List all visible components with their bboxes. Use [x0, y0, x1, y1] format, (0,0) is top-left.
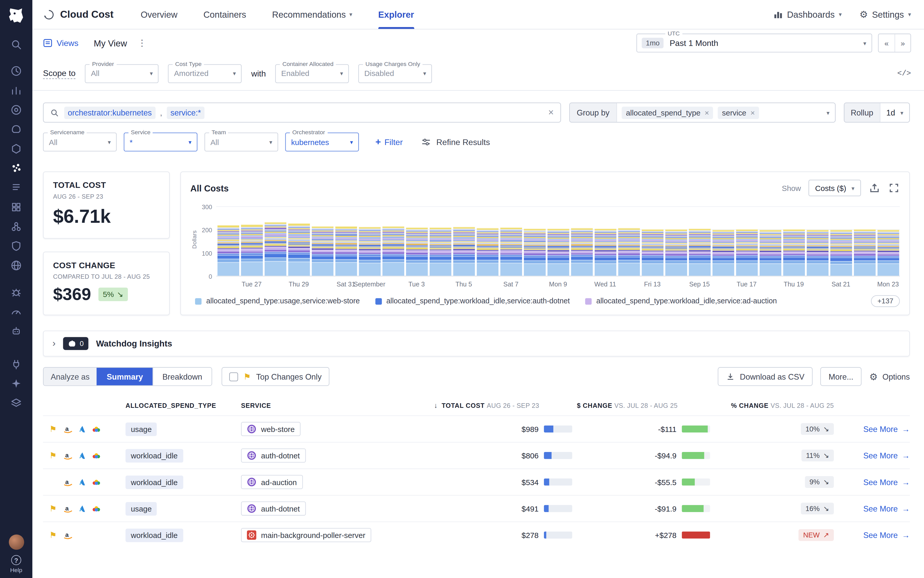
- cost-bar[interactable]: [807, 223, 828, 276]
- legend-item[interactable]: allocated_spend_type:usage,service:web-s…: [195, 297, 360, 305]
- service-chip[interactable]: auth-dotnet: [241, 502, 306, 516]
- cost-bar[interactable]: [689, 222, 710, 276]
- cost-bar[interactable]: [641, 222, 663, 276]
- see-more-link[interactable]: See More→: [863, 451, 909, 460]
- more-button[interactable]: More...: [820, 367, 862, 386]
- remove-chip-icon[interactable]: ×: [705, 108, 709, 117]
- integrations-icon[interactable]: [10, 358, 22, 371]
- export-chart-button[interactable]: [869, 182, 880, 194]
- cost-bar[interactable]: [476, 221, 498, 276]
- infrastructure-icon[interactable]: [10, 143, 22, 155]
- mode-summary[interactable]: Summary: [97, 368, 153, 385]
- tab-containers[interactable]: Containers: [203, 0, 246, 29]
- group-by-chip[interactable]: service×: [718, 106, 759, 119]
- cost-bar[interactable]: [500, 221, 522, 276]
- user-avatar[interactable]: [8, 534, 24, 550]
- spend-type-chip[interactable]: workload_idle: [125, 475, 183, 489]
- cost-bar[interactable]: [854, 223, 875, 276]
- clear-query-icon[interactable]: ×: [548, 107, 554, 118]
- cost-bar[interactable]: [736, 222, 757, 276]
- bits-ai-icon[interactable]: [10, 325, 22, 337]
- cost-bar[interactable]: [382, 219, 404, 276]
- cost-bar[interactable]: [571, 221, 593, 276]
- cost-bar[interactable]: [335, 219, 357, 276]
- spend-type-chip[interactable]: usage: [125, 502, 157, 515]
- next-timeframe-button[interactable]: »: [895, 34, 910, 52]
- service-chip[interactable]: auth-dotnet: [241, 448, 306, 463]
- rollup-select[interactable]: 1d ▾: [880, 103, 909, 122]
- service-chip[interactable]: main-background-poller-server: [241, 528, 371, 542]
- settings-menu[interactable]: ⚙ Settings ▾: [859, 9, 911, 20]
- see-more-link[interactable]: See More→: [863, 425, 909, 433]
- metric-select[interactable]: Costs ($) ▾: [809, 180, 861, 196]
- monitors-icon[interactable]: [10, 104, 22, 116]
- cost-bar[interactable]: [547, 222, 569, 276]
- cost-bar[interactable]: [429, 221, 451, 276]
- field-team[interactable]: TeamAll▾: [205, 133, 278, 151]
- table-row[interactable]: ⚑aworkload_idleauth-dotnet$806-$94.911%↘…: [43, 442, 910, 468]
- cost-bar[interactable]: [524, 221, 546, 276]
- containers-nav-icon[interactable]: [10, 201, 22, 213]
- code-view-icon[interactable]: </>: [897, 69, 911, 78]
- legend-item[interactable]: allocated_spend_type:workload_idle,servi…: [585, 297, 777, 305]
- table-row[interactable]: ⚑ausageweb-store$989-$11110%↘See More→: [43, 416, 910, 442]
- table-row[interactable]: aworkload_idlead-auction$534-$55.59%↘See…: [43, 468, 910, 495]
- change-column-header[interactable]: $ CHANGE VS. JUL 28 - AUG 25: [577, 402, 715, 409]
- recents-icon[interactable]: [10, 65, 22, 77]
- cost-bar[interactable]: [712, 223, 734, 276]
- cost-bar[interactable]: [759, 223, 781, 276]
- group-by-chip[interactable]: allocated_spend_type×: [622, 106, 713, 119]
- field-cost-type[interactable]: Cost TypeAmortized▾: [168, 64, 242, 83]
- query-token[interactable]: orchestrator:kubernetes: [64, 106, 155, 119]
- cost-bar[interactable]: [665, 223, 687, 276]
- help-button[interactable]: ? Help: [10, 555, 22, 573]
- synthetics-icon[interactable]: [10, 259, 22, 271]
- field-orchestrator[interactable]: Orchestratorkubernetes▾: [285, 133, 359, 151]
- top-changes-toggle[interactable]: ⚑ Top Changes Only: [222, 367, 329, 386]
- cost-bar[interactable]: [359, 220, 380, 276]
- total-cost-column-header[interactable]: ↓ TOTAL COST AUG 26 - SEP 23: [431, 401, 577, 410]
- datadog-logo[interactable]: [6, 5, 27, 27]
- dashboards-nav-icon[interactable]: [10, 84, 22, 96]
- cost-bar[interactable]: [311, 219, 333, 276]
- see-more-link[interactable]: See More→: [863, 504, 909, 513]
- cost-bar[interactable]: [877, 223, 899, 276]
- service-map-icon[interactable]: [10, 221, 22, 233]
- watchdog-nav-icon[interactable]: [10, 123, 22, 136]
- cost-bar[interactable]: [618, 221, 640, 276]
- dashboards-menu[interactable]: Dashboards ▾: [773, 9, 841, 20]
- views-button[interactable]: Views: [43, 38, 78, 48]
- search-icon[interactable]: [10, 38, 22, 50]
- query-token[interactable]: service:*: [167, 106, 204, 119]
- tab-overview[interactable]: Overview: [141, 0, 178, 29]
- tab-explorer[interactable]: Explorer: [378, 0, 414, 29]
- group-by-control[interactable]: Group by allocated_spend_type×service× ▾: [569, 102, 835, 122]
- security-icon[interactable]: [10, 240, 22, 252]
- top-changes-checkbox[interactable]: [229, 372, 238, 381]
- table-row[interactable]: ⚑ausageauth-dotnet$491-$91.916%↘See More…: [43, 495, 910, 521]
- cost-bar[interactable]: [406, 220, 428, 276]
- timeframe-select[interactable]: UTC 1mo Past 1 Month ▾: [637, 34, 872, 52]
- download-csv-button[interactable]: Download as CSV: [718, 367, 813, 386]
- spend-type-chip[interactable]: usage: [125, 422, 157, 436]
- service-chip[interactable]: ad-auction: [241, 475, 303, 489]
- cost-bar[interactable]: [453, 220, 474, 276]
- cost-bar[interactable]: [594, 222, 616, 276]
- kebab-menu-icon[interactable]: ⋮: [138, 38, 147, 48]
- table-row[interactable]: ⚑aworkload_idlemain-background-poller-se…: [43, 521, 910, 548]
- see-more-link[interactable]: See More→: [863, 531, 909, 539]
- mode-breakdown[interactable]: Breakdown: [153, 368, 212, 385]
- query-search-input[interactable]: orchestrator:kubernetes,service:* ×: [43, 102, 561, 122]
- flag-icon[interactable]: ⚑: [49, 451, 57, 460]
- legend-more-chip[interactable]: +137: [871, 295, 900, 307]
- field-usage-charges-only[interactable]: Usage Charges OnlyDisabled▾: [358, 64, 432, 83]
- ci-cd-icon[interactable]: [10, 305, 22, 318]
- pct-change-column-header[interactable]: % CHANGE VS. JUL 28 - AUG 25: [715, 402, 840, 409]
- prev-timeframe-button[interactable]: «: [879, 34, 895, 52]
- error-tracking-icon[interactable]: [10, 286, 22, 298]
- service-chip[interactable]: web-store: [241, 422, 300, 436]
- logs-icon[interactable]: [10, 182, 22, 194]
- field-provider[interactable]: ProviderAll▾: [85, 64, 159, 83]
- remove-chip-icon[interactable]: ×: [750, 108, 755, 117]
- cost-bar[interactable]: [241, 217, 263, 276]
